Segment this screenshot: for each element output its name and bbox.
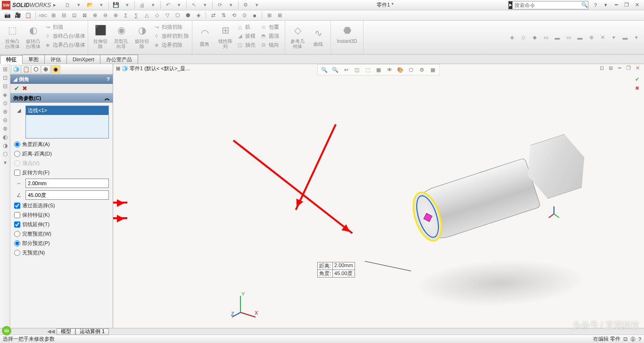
check-face-select[interactable]: 通过面选择(S) [14, 202, 109, 209]
screenshot-icon[interactable]: 📋 [24, 11, 33, 20]
tool-icon[interactable]: ⊙ [239, 11, 249, 20]
search-command-box[interactable]: ▶ 🔍 [508, 1, 588, 9]
fm-tab-icon[interactable]: ◉ [51, 65, 60, 74]
lvt-icon[interactable]: ⊞ [3, 66, 8, 73]
tool-icon[interactable]: Σ [121, 11, 131, 20]
rtool-icon[interactable]: ✕ [598, 33, 607, 42]
angle-input[interactable] [25, 190, 109, 200]
tool-icon[interactable]: ⊞ [264, 11, 274, 20]
hole-wizard-button[interactable]: ◉异型孔 向导 [111, 22, 132, 50]
options-icon[interactable]: ⚙ [240, 1, 251, 9]
chamfer-callout[interactable]: 距离:2.00mm 角度:45.00度 [317, 262, 355, 278]
tool-icon[interactable]: ⇅ [219, 11, 228, 20]
rtool-icon[interactable]: ▭ [541, 33, 551, 42]
check-keep-features[interactable]: 保持特征(K) [14, 212, 109, 219]
close-icon[interactable]: ✕ [633, 2, 641, 8]
extrude-cut-button[interactable]: ⬛拉伸切 除 [90, 22, 111, 50]
tool-icon[interactable]: ⊞ [275, 11, 284, 20]
doc-min-icon[interactable]: ━ [616, 65, 623, 71]
tool-icon[interactable]: ⊕ [90, 11, 99, 20]
mirror-button[interactable]: ⧉镜向 [259, 41, 283, 49]
lvt-icon[interactable]: ⊟ [3, 83, 8, 90]
lvt-icon[interactable]: ⊗ [3, 125, 8, 132]
ref-geom-button[interactable]: ◇参考几 何体 [287, 22, 308, 50]
notification-badge[interactable]: 69 [2, 326, 11, 335]
tab-motion-study[interactable]: 运动算例 1 [75, 328, 109, 335]
tool-icon[interactable]: ⬡ [173, 11, 182, 20]
check-tangent[interactable]: 切线延伸(T) [14, 221, 109, 228]
loft-button[interactable]: ◊放样凸台/基体 [43, 32, 86, 40]
shell-button[interactable]: ◫抽壳 [236, 41, 259, 49]
save-icon[interactable]: 💾 [111, 1, 121, 9]
distance-input[interactable] [25, 179, 109, 188]
rib-button[interactable]: △筋 [236, 23, 259, 31]
selection-list[interactable]: 边线<1> [25, 106, 109, 139]
help-icon[interactable]: ? [107, 76, 110, 82]
dd-icon[interactable]: ▾ [226, 1, 236, 9]
rtool-icon[interactable]: ▭ [564, 33, 573, 42]
fm-tab-icon[interactable]: 📋 [21, 65, 31, 74]
tab-feature[interactable]: 特征 [0, 55, 23, 64]
scene-icon[interactable]: ⬡ [406, 65, 416, 74]
appearance-icon[interactable]: 🎨 [396, 65, 405, 74]
brand-dropdown-icon[interactable]: ▸ [51, 2, 58, 8]
tool-icon[interactable]: ■ [250, 11, 259, 20]
doc-close-icon[interactable]: ✕ [634, 65, 641, 71]
view-orient-icon[interactable]: ⬚ [363, 65, 372, 74]
lvt-icon[interactable]: ⊡ [3, 74, 8, 81]
dd-icon[interactable]: ▾ [74, 1, 84, 9]
camera-icon[interactable]: 📷 [3, 11, 12, 20]
radio-partial-preview[interactable]: 部分预览(P) [14, 240, 109, 247]
radio-no-preview[interactable]: 无预览(N) [14, 249, 109, 256]
status-icon[interactable]: ⊡ [623, 336, 627, 342]
dd-icon[interactable]: ▾ [200, 1, 210, 9]
tool-icon[interactable]: ∑ [132, 11, 141, 20]
curves-button[interactable]: ∿曲线 [308, 22, 329, 50]
chamfer-params-header[interactable]: 倒角参数(C)︽ [10, 93, 113, 103]
view-settings-icon[interactable]: ⚙ [417, 65, 427, 74]
lvt-icon[interactable]: ▾ [4, 159, 7, 166]
rtool-icon[interactable]: ⊕ [586, 33, 596, 42]
rtool-icon[interactable]: ◆ [530, 33, 539, 42]
linear-pattern-button[interactable]: ⊞线性阵 列 [215, 22, 236, 50]
lvt-icon[interactable]: ⊕ [3, 108, 8, 115]
ok-icon[interactable]: ✔ [14, 85, 19, 92]
zoom-fit-icon[interactable]: 🔍 [320, 65, 329, 74]
tool-icon[interactable]: ⊡ [69, 11, 79, 20]
tool-icon[interactable]: ▽ [163, 11, 172, 20]
print-icon[interactable]: 🖨 [137, 1, 147, 9]
lvt-icon[interactable]: ⊙ [3, 100, 8, 106]
doc-icon[interactable]: ⊡ [598, 65, 605, 71]
rtool-icon[interactable]: ▬ [553, 33, 562, 42]
revolve-boss-button[interactable]: ◐旋转凸 台/基体 [23, 22, 43, 50]
tool-icon[interactable]: ◇ [152, 11, 162, 20]
lvt-icon[interactable]: ⬡ [3, 151, 8, 157]
record-icon[interactable]: 🎥 [13, 11, 23, 20]
draft-button[interactable]: ◢拔模 [236, 32, 259, 40]
tool-icon[interactable]: ⊟ [59, 11, 68, 20]
dd-icon[interactable]: ▾ [252, 1, 262, 9]
scroll-left-icon[interactable]: ◀◀ [47, 328, 55, 335]
lvt-icon[interactable]: ◈ [3, 91, 7, 98]
restore-icon[interactable]: ❐ [622, 2, 631, 8]
lvt-icon[interactable]: ◑ [3, 142, 8, 149]
tab-sketch[interactable]: 草图 [22, 55, 45, 64]
instant3d-button[interactable]: ⬣Instant3D [333, 22, 361, 45]
doc-icon[interactable]: ⊞ [607, 65, 614, 71]
fm-tab-icon[interactable]: ⬡ [31, 65, 41, 74]
rtool-icon[interactable]: ◈ [507, 33, 517, 42]
doc-max-icon[interactable]: ❐ [625, 65, 632, 71]
tool-icon[interactable]: ⊞ [49, 11, 58, 20]
fillet-button[interactable]: ◠圆角 [194, 22, 215, 50]
cancel-icon[interactable]: ✖ [22, 85, 27, 92]
lvt-icon[interactable]: ◐ [3, 134, 8, 140]
rtool-icon[interactable]: ◇ [519, 33, 528, 42]
rebuild-icon[interactable]: ⟳ [215, 1, 225, 9]
zoom-area-icon[interactable]: 🔍 [330, 65, 340, 74]
tool-icon[interactable]: ⊠ [80, 11, 89, 20]
section-icon[interactable]: ◫ [352, 65, 362, 74]
search-icon[interactable]: 🔍 [581, 2, 588, 8]
minimize-icon[interactable]: ━ [612, 2, 620, 8]
hide-show-icon[interactable]: 👁 [385, 65, 394, 74]
tool-icon[interactable]: ◈ [194, 11, 203, 20]
